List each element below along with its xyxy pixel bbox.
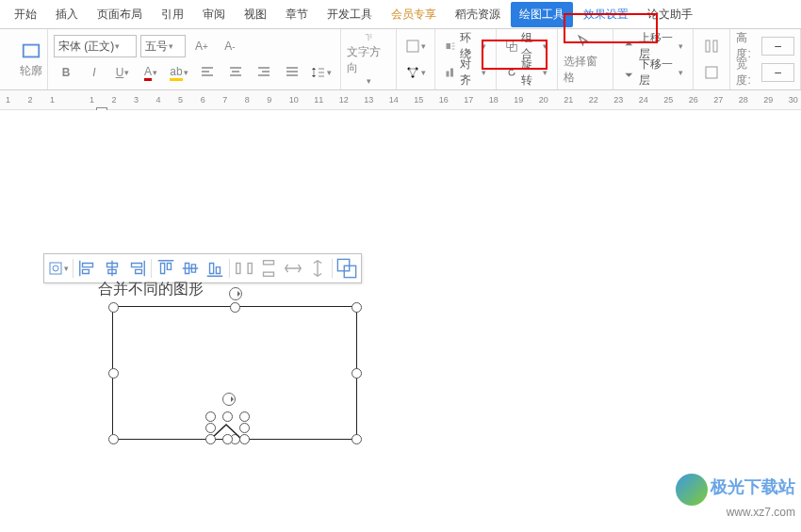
svg-point-14 bbox=[53, 266, 58, 271]
svg-rect-7 bbox=[450, 68, 453, 76]
align-right-icon[interactable] bbox=[252, 61, 276, 84]
align-dropdown[interactable]: 对齐▾ bbox=[441, 55, 490, 90]
align-top-shape-icon[interactable] bbox=[155, 257, 177, 280]
tab-paper[interactable]: 论文助手 bbox=[639, 2, 701, 27]
svg-rect-10 bbox=[706, 40, 710, 52]
align-left-shape-icon[interactable] bbox=[76, 257, 99, 280]
rotate-handle-icon[interactable] bbox=[222, 393, 236, 406]
distribute-v-icon[interactable] bbox=[257, 257, 280, 280]
svg-rect-18 bbox=[264, 272, 274, 276]
send-backward-button[interactable]: 下移一层▾ bbox=[619, 55, 687, 90]
menu-tabs: 开始 插入 页面布局 引用 审阅 视图 章节 开发工具 会员专享 稻壳资源 绘图… bbox=[0, 0, 801, 29]
svg-rect-6 bbox=[447, 71, 450, 76]
tab-layout[interactable]: 页面布局 bbox=[89, 2, 151, 27]
document-canvas[interactable]: ▾ 合并不同的图形 极光下载站 www.xz7.co bbox=[0, 110, 801, 524]
shape-style-icon[interactable]: ▾ bbox=[47, 257, 70, 280]
watermark: 极光下载站 www.xz7.com bbox=[676, 474, 795, 519]
drawing-toolbar: 轮廓 宋体 (正文)▾ 五号▾ A+ A- B I U▾ A▾ ab▾ ▾ 文字… bbox=[0, 29, 801, 90]
underline-icon[interactable]: U▾ bbox=[110, 61, 135, 84]
watermark-logo-icon bbox=[676, 474, 708, 506]
font-name-select[interactable]: 宋体 (正文)▾ bbox=[54, 35, 137, 57]
resize-handle[interactable] bbox=[222, 411, 233, 422]
tab-review[interactable]: 审阅 bbox=[194, 2, 234, 27]
resize-handle[interactable] bbox=[351, 302, 362, 313]
resize-handle[interactable] bbox=[108, 434, 119, 444]
resize-handle[interactable] bbox=[205, 434, 216, 444]
height-input[interactable]: – bbox=[761, 37, 794, 56]
tab-daoke[interactable]: 稻壳资源 bbox=[447, 2, 509, 27]
svg-rect-12 bbox=[706, 67, 717, 78]
tab-drawing-tools[interactable]: 绘图工具 bbox=[511, 2, 573, 27]
svg-rect-17 bbox=[264, 261, 274, 265]
tab-insert[interactable]: 插入 bbox=[47, 2, 87, 27]
svg-rect-0 bbox=[24, 44, 40, 56]
tab-effect[interactable]: 效果设置 bbox=[575, 2, 637, 27]
group-shapes-icon[interactable] bbox=[335, 257, 358, 280]
italic-icon[interactable]: I bbox=[82, 61, 106, 84]
resize-handle[interactable] bbox=[108, 368, 119, 379]
font-color-icon[interactable]: A▾ bbox=[139, 61, 163, 84]
resize-handle[interactable] bbox=[205, 411, 216, 422]
resize-handle[interactable] bbox=[108, 302, 119, 313]
resize-handle[interactable] bbox=[351, 434, 362, 444]
svg-rect-15 bbox=[237, 264, 240, 274]
tab-start[interactable]: 开始 bbox=[6, 2, 45, 27]
align-middle-shape-icon[interactable] bbox=[179, 257, 202, 280]
distribute-h-icon[interactable] bbox=[233, 257, 255, 280]
tab-view[interactable]: 视图 bbox=[236, 2, 275, 27]
resize-handle[interactable] bbox=[222, 434, 233, 444]
svg-rect-5 bbox=[447, 43, 451, 49]
shape-rectangle[interactable] bbox=[112, 306, 357, 440]
selection-pane-button[interactable]: 选择窗格 bbox=[564, 33, 607, 86]
size-anchor-icon[interactable] bbox=[699, 35, 724, 57]
resize-handle[interactable] bbox=[239, 411, 250, 422]
tab-section[interactable]: 章节 bbox=[277, 2, 317, 27]
line-spacing-icon[interactable]: ▾ bbox=[308, 61, 335, 84]
align-bottom-shape-icon[interactable] bbox=[204, 257, 226, 280]
edit-shape-icon[interactable]: ▾ bbox=[402, 35, 429, 57]
tab-developer[interactable]: 开发工具 bbox=[319, 2, 381, 27]
font-size-select[interactable]: 五号▾ bbox=[140, 35, 186, 57]
highlight-icon[interactable]: ab▾ bbox=[167, 61, 191, 84]
svg-rect-1 bbox=[407, 40, 418, 52]
align-right-shape-icon[interactable] bbox=[125, 257, 148, 280]
outline-button[interactable]: 轮廓 bbox=[9, 33, 53, 86]
rotate-dropdown[interactable]: 旋转▾ bbox=[502, 55, 551, 90]
rotate-handle-icon[interactable] bbox=[229, 287, 242, 300]
horizontal-ruler[interactable]: 1211234567891011121314151617181920212223… bbox=[0, 90, 801, 110]
resize-handle[interactable] bbox=[351, 368, 362, 379]
align-left-icon[interactable] bbox=[195, 61, 220, 84]
align-justify-icon[interactable] bbox=[280, 61, 304, 84]
document-heading: 合并不同的图形 bbox=[98, 280, 204, 299]
resize-handle[interactable] bbox=[230, 302, 240, 313]
increase-font-icon[interactable]: A+ bbox=[189, 35, 214, 57]
align-center-icon[interactable] bbox=[223, 61, 248, 84]
resize-handle[interactable] bbox=[205, 423, 216, 433]
equal-width-icon[interactable] bbox=[282, 257, 304, 280]
svg-rect-11 bbox=[713, 40, 717, 52]
resize-handle[interactable] bbox=[239, 423, 250, 433]
decrease-font-icon[interactable]: A- bbox=[218, 35, 242, 57]
resize-handle[interactable] bbox=[239, 434, 250, 444]
edit-points-icon[interactable]: ▾ bbox=[402, 61, 429, 84]
width-input[interactable]: – bbox=[761, 63, 794, 82]
tab-reference[interactable]: 引用 bbox=[153, 2, 192, 27]
equal-height-icon[interactable] bbox=[306, 257, 329, 280]
svg-rect-13 bbox=[50, 263, 61, 274]
tab-member[interactable]: 会员专享 bbox=[383, 2, 445, 27]
bold-icon[interactable]: B bbox=[54, 61, 78, 84]
width-label: 宽度: bbox=[736, 56, 758, 89]
align-center-shape-icon[interactable] bbox=[101, 257, 123, 280]
size-lock-icon[interactable] bbox=[699, 61, 724, 84]
text-direction-button[interactable]: 文字方向▾ bbox=[347, 33, 390, 86]
svg-rect-16 bbox=[248, 264, 252, 274]
